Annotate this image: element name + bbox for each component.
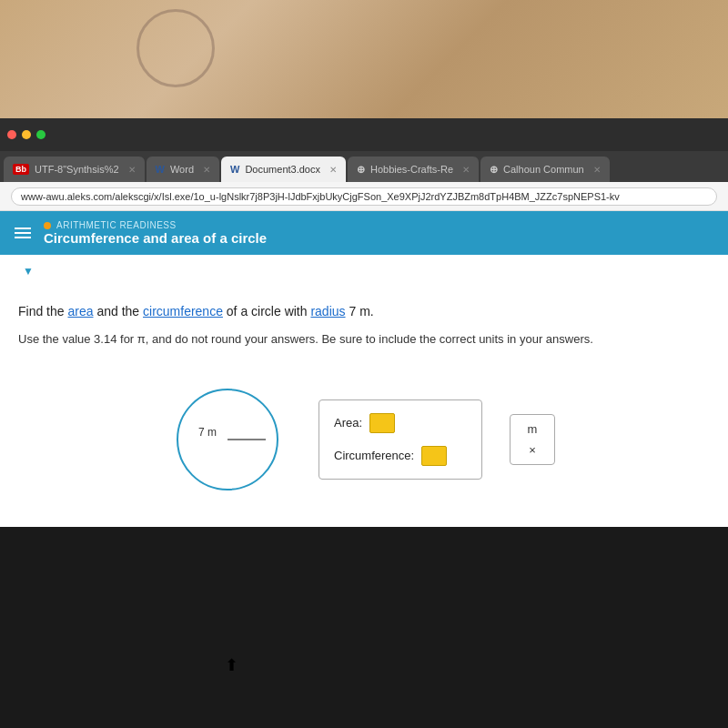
circumference-input[interactable] (421, 446, 447, 466)
problem-end: 7 m. (346, 304, 374, 318)
tab-bar: Bb UTF-8"Synthsis%2 ✕ W Word ✕ W Documen… (0, 151, 728, 182)
circumference-row: Circumference: (334, 446, 467, 466)
answer-panel: Area: Circumference: (318, 399, 482, 480)
section-label: ARITHMETIC READINESS (56, 220, 177, 230)
url-input[interactable] (11, 187, 717, 206)
tab-cal[interactable]: ⊕ Calhoun Commun ✕ (480, 157, 610, 182)
tab-bb-close[interactable]: ✕ (128, 165, 136, 175)
problem-pre: Find the (18, 304, 67, 318)
area-label: Area: (334, 416, 362, 430)
expand-button[interactable]: ▼ (15, 260, 42, 282)
browser-chrome (0, 118, 728, 151)
maximize-dot[interactable] (36, 130, 46, 139)
cal-icon: ⊕ (490, 164, 498, 176)
area-link[interactable]: area (67, 304, 93, 318)
word-icon: W (156, 164, 165, 175)
close-units-button[interactable]: × (529, 443, 536, 457)
tab-hobby-label: Hobbies-Crafts-Re (370, 164, 453, 175)
units-label: m (528, 422, 538, 436)
problem-line1: Find the area and the circumference of a… (18, 302, 710, 321)
tab-bb[interactable]: Bb UTF-8"Synthsis%2 ✕ (4, 157, 145, 182)
circle-diagram: 7 m (164, 376, 291, 503)
tab-doc-label: Document3.docx (245, 164, 320, 175)
background-photo (0, 0, 728, 118)
close-dot[interactable] (7, 130, 16, 139)
problem-area: Find the area and the circumference of a… (0, 288, 728, 527)
tab-cal-close[interactable]: ✕ (593, 165, 601, 175)
tab-word-label: Word (170, 164, 194, 175)
tab-cal-label: Calhoun Commun (503, 164, 584, 175)
tab-word[interactable]: W Word ✕ (147, 157, 219, 182)
diagram-row: 7 m Area: Circumference: m × (164, 367, 710, 512)
tab-doc[interactable]: W Document3.docx ✕ (221, 157, 346, 182)
chevron-down-icon: ▼ (23, 265, 34, 278)
circle-svg: 7 m (164, 376, 291, 503)
tab-bb-label: UTF-8"Synthsis%2 (35, 164, 119, 175)
tab-hobby[interactable]: ⊕ Hobbies-Crafts-Re ✕ (348, 157, 479, 182)
tab-doc-close[interactable]: ✕ (329, 165, 337, 175)
instructions: Use the value 3.14 for π, and do not rou… (18, 330, 710, 349)
aleks-header: ARITHMETIC READINESS Circumference and a… (0, 211, 728, 255)
hamburger-line2 (15, 232, 31, 234)
hamburger-line3 (15, 237, 31, 238)
area-input[interactable] (369, 413, 395, 433)
hamburger-menu[interactable] (15, 228, 31, 238)
circumference-link[interactable]: circumference (143, 304, 223, 318)
units-panel: m × (510, 414, 555, 465)
area-row: Area: (334, 413, 467, 433)
problem-mid2: of a circle with (223, 304, 310, 318)
header-text: ARITHMETIC READINESS Circumference and a… (44, 220, 267, 246)
tab-hobby-close[interactable]: ✕ (462, 165, 470, 175)
hobby-icon: ⊕ (357, 164, 365, 176)
page-title: Circumference and area of a circle (44, 230, 267, 246)
doc-icon: W (230, 164, 239, 175)
header-subtitle: ARITHMETIC READINESS (44, 220, 267, 230)
address-bar (0, 182, 728, 211)
bb-icon: Bb (13, 164, 29, 175)
radius-label: 7 m (198, 426, 217, 439)
orange-dot (44, 222, 51, 229)
radius-link[interactable]: radius (310, 304, 345, 318)
hamburger-line1 (15, 228, 31, 229)
minimize-dot[interactable] (22, 130, 31, 139)
problem-mid: and the (94, 304, 144, 318)
content-area: ARITHMETIC READINESS Circumference and a… (0, 211, 728, 527)
circumference-label: Circumference: (334, 449, 414, 462)
tab-word-close[interactable]: ✕ (203, 165, 210, 175)
